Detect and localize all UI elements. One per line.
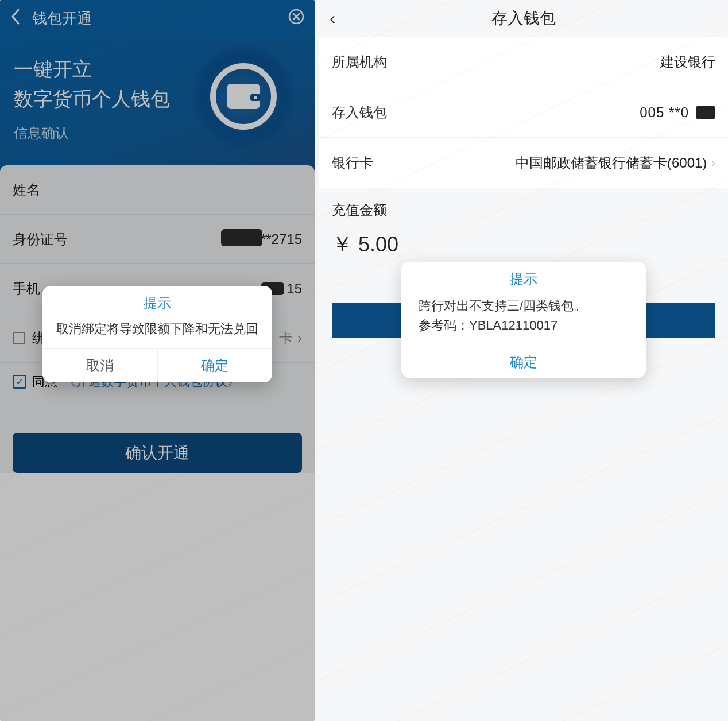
right-screenshot: ‹ 存入钱包 所属机构 建设银行 存入钱包 005 **0 银行卡 中国邮政储蓄… — [319, 0, 728, 721]
dialog-left: 提示 取消绑定将导致限额下降和无法兑回 取消 确定 — [42, 286, 272, 382]
dialog-right-line2: 参考码：YBLA12110017 — [419, 316, 629, 335]
dialog-left-body: 取消绑定将导致限额下降和无法兑回 — [42, 318, 272, 348]
cancel-button[interactable]: 取消 — [42, 349, 158, 382]
ok-button-left[interactable]: 确定 — [158, 349, 273, 382]
dialog-left-title: 提示 — [42, 286, 272, 318]
dialog-left-buttons: 取消 确定 — [42, 348, 272, 382]
dialog-right-body: 跨行对出不支持三/四类钱包。 参考码：YBLA12110017 — [401, 293, 646, 346]
left-screenshot: 钱包开通 一键开立 数字货币个人钱包 信息确认 姓名 身份证号 — [0, 0, 315, 721]
dialog-right: 提示 跨行对出不支持三/四类钱包。 参考码：YBLA12110017 确定 — [401, 262, 646, 378]
ok-button-right[interactable]: 确定 — [401, 346, 646, 378]
dialog-right-line1: 跨行对出不支持三/四类钱包。 — [419, 296, 629, 316]
dialog-right-title: 提示 — [401, 262, 646, 293]
